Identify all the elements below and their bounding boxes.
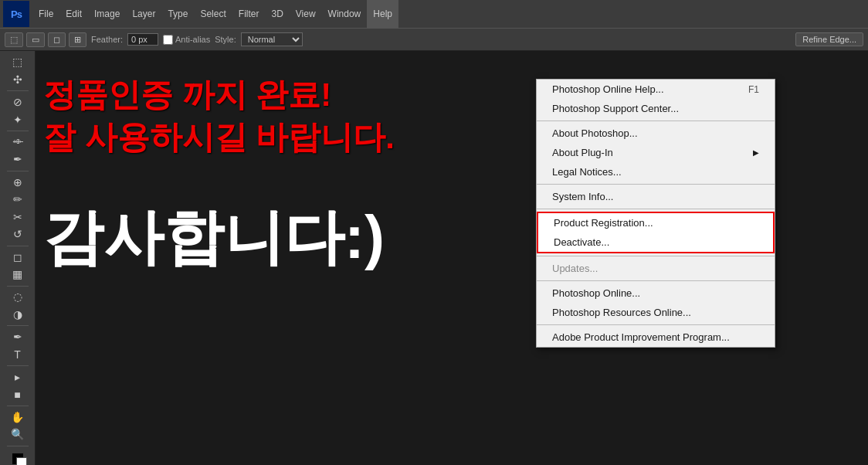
menu-select[interactable]: Select bbox=[194, 0, 232, 28]
menu-item-ps-help[interactable]: Photoshop Online Help... F1 bbox=[537, 80, 775, 99]
tool-gradient[interactable]: ▦ bbox=[6, 266, 29, 283]
dropdown-sep-3 bbox=[537, 209, 775, 209]
tool-crop[interactable]: ⬲ bbox=[6, 134, 29, 151]
selection-btn-4[interactable]: ⊞ bbox=[69, 32, 86, 47]
dropdown-sep-1 bbox=[537, 120, 775, 121]
menu-layer[interactable]: Layer bbox=[126, 0, 161, 28]
menu-item-legal-notices[interactable]: Legal Notices... bbox=[537, 162, 775, 182]
toolbar-sep-6 bbox=[7, 325, 29, 326]
toolbar-sep-8 bbox=[7, 406, 29, 406]
selection-tools-group: ⬚ ▭ ◻ ⊞ bbox=[5, 32, 86, 47]
toolbar-sep-3 bbox=[7, 171, 29, 171]
tool-lasso[interactable]: ⊘ bbox=[6, 94, 29, 110]
canvas-line-3: 감사합니다:) bbox=[43, 198, 385, 279]
menu-item-deactivate[interactable]: Deactivate... bbox=[538, 232, 773, 252]
canvas-text-block: 정품인증 까지 완료! 잘 사용하시길 바랍니다. bbox=[43, 74, 395, 158]
tool-zoom[interactable]: 🔍 bbox=[6, 426, 29, 443]
tool-selection[interactable]: ⬚ bbox=[6, 54, 29, 70]
menu-bar: Ps File Edit Image Layer Type Select Fil… bbox=[0, 0, 868, 28]
options-bar: ⬚ ▭ ◻ ⊞ Feather: Anti-alias Style: Norma… bbox=[0, 28, 868, 51]
dropdown-sep-6 bbox=[537, 324, 775, 325]
tool-path-select[interactable]: ▸ bbox=[6, 369, 29, 385]
menu-item-system-info[interactable]: System Info... bbox=[537, 187, 775, 206]
tool-foreground-color[interactable] bbox=[6, 449, 29, 465]
menu-file[interactable]: File bbox=[32, 0, 59, 28]
anti-alias-checkbox[interactable] bbox=[163, 35, 173, 45]
left-toolbar: ⬚ ✣ ⊘ ✦ ⬲ ✒ ⊕ ✏ ✂ ↺ ◻ ▦ ◌ ◑ ✒ T ▸ ■ ✋ 🔍 bbox=[0, 51, 36, 465]
workspace: ⬚ ✣ ⊘ ✦ ⬲ ✒ ⊕ ✏ ✂ ↺ ◻ ▦ ◌ ◑ ✒ T ▸ ■ ✋ 🔍 bbox=[0, 51, 868, 465]
menu-item-support-center[interactable]: Photoshop Support Center... bbox=[537, 99, 775, 118]
dropdown-sep-4 bbox=[537, 256, 775, 256]
dropdown-sep-2 bbox=[537, 184, 775, 185]
toolbar-sep-4 bbox=[7, 246, 29, 246]
submenu-arrow: ▶ bbox=[753, 148, 759, 157]
tool-clone-stamp[interactable]: ✂ bbox=[6, 209, 29, 226]
style-label: Style: bbox=[215, 35, 236, 44]
feather-label: Feather: bbox=[91, 35, 123, 44]
tool-history-brush[interactable]: ↺ bbox=[6, 226, 29, 243]
tool-hand[interactable]: ✋ bbox=[6, 409, 29, 426]
tool-eraser[interactable]: ◻ bbox=[6, 249, 29, 265]
tool-blur[interactable]: ◌ bbox=[6, 289, 29, 305]
toolbar-sep-5 bbox=[7, 286, 29, 287]
menu-type[interactable]: Type bbox=[161, 0, 194, 28]
tool-spot-heal[interactable]: ⊕ bbox=[6, 174, 29, 190]
tool-brush[interactable]: ✏ bbox=[6, 192, 29, 208]
canvas-area: 정품인증 까지 완료! 잘 사용하시길 바랍니다. 감사합니다:) Photos… bbox=[36, 51, 868, 465]
selection-btn-1[interactable]: ⬚ bbox=[5, 32, 23, 47]
tool-shape[interactable]: ■ bbox=[6, 386, 29, 402]
tool-magic-wand[interactable]: ✦ bbox=[6, 111, 29, 127]
tool-dodge[interactable]: ◑ bbox=[6, 307, 29, 323]
menu-3d[interactable]: 3D bbox=[265, 0, 289, 28]
selection-btn-2[interactable]: ▭ bbox=[26, 32, 45, 47]
menu-help[interactable]: Help bbox=[367, 0, 398, 28]
help-dropdown-menu: Photoshop Online Help... F1 Photoshop Su… bbox=[536, 79, 775, 348]
menu-item-ps-resources-online[interactable]: Photoshop Resources Online... bbox=[537, 303, 775, 322]
style-select[interactable]: Normal Fixed Ratio Fixed Size bbox=[241, 32, 303, 46]
canvas-line-1: 정품인증 까지 완료! bbox=[43, 74, 395, 117]
refine-edge-button[interactable]: Refine Edge... bbox=[795, 32, 863, 46]
anti-alias-group: Anti-alias bbox=[163, 35, 210, 45]
toolbar-sep-7 bbox=[7, 365, 29, 366]
anti-alias-label: Anti-alias bbox=[175, 35, 210, 44]
menu-filter[interactable]: Filter bbox=[232, 0, 266, 28]
toolbar-sep-1 bbox=[7, 90, 29, 91]
menu-view[interactable]: View bbox=[290, 0, 322, 28]
menu-edit[interactable]: Edit bbox=[59, 0, 88, 28]
menu-item-about-ps[interactable]: About Photoshop... bbox=[537, 124, 775, 143]
dropdown-sep-5 bbox=[537, 280, 775, 281]
toolbar-sep-2 bbox=[7, 131, 29, 131]
canvas-line-2: 잘 사용하시길 바랍니다. bbox=[43, 117, 395, 159]
feather-input[interactable] bbox=[127, 33, 158, 46]
menu-window[interactable]: Window bbox=[322, 0, 368, 28]
menu-item-product-registration[interactable]: Product Registration... bbox=[538, 213, 773, 232]
tool-move[interactable]: ✣ bbox=[6, 72, 29, 88]
tool-type[interactable]: T bbox=[6, 347, 29, 363]
menu-image[interactable]: Image bbox=[88, 0, 126, 28]
ps-logo: Ps bbox=[3, 1, 29, 27]
tool-pen[interactable]: ✒ bbox=[6, 329, 29, 345]
registration-highlight-box: Product Registration... Deactivate... bbox=[537, 212, 775, 253]
menu-item-about-plugin[interactable]: About Plug-In ▶ bbox=[537, 143, 775, 162]
menu-item-adobe-product-improvement[interactable]: Adobe Product Improvement Program... bbox=[537, 328, 775, 347]
selection-btn-3[interactable]: ◻ bbox=[48, 32, 66, 47]
menu-item-ps-online[interactable]: Photoshop Online... bbox=[537, 283, 775, 303]
toolbar-sep-9 bbox=[7, 446, 29, 446]
tool-eyedropper[interactable]: ✒ bbox=[6, 151, 29, 168]
menu-item-updates: Updates... bbox=[537, 259, 775, 278]
